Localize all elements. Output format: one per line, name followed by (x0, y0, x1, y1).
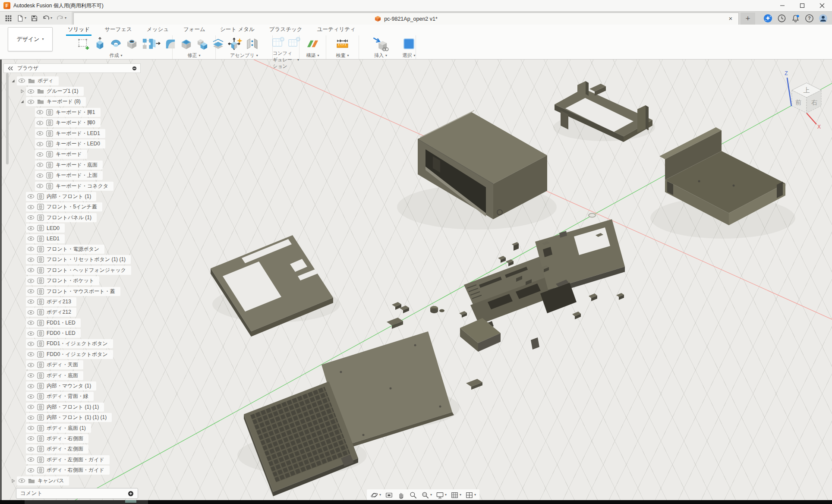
expand-arrow-icon[interactable] (9, 78, 17, 84)
tree-item[interactable]: LED1 (26, 234, 65, 243)
tree-item[interactable]: キーボード・LED1 (35, 129, 105, 138)
visibility-eye-icon[interactable] (27, 341, 35, 346)
visibility-eye-icon[interactable] (27, 436, 35, 441)
ribbon-tool-icon[interactable] (336, 37, 349, 50)
ribbon-tab[interactable]: ソリッド (67, 24, 91, 36)
ribbon-group-label[interactable]: コンフィギュレーション▾ (273, 50, 299, 69)
comment-box[interactable]: コメント (16, 488, 138, 499)
visibility-eye-icon[interactable] (27, 320, 35, 325)
tree-row[interactable]: キーボード・脚1 (3, 107, 141, 117)
ribbon-tool-icon[interactable] (306, 37, 319, 50)
tree-item[interactable]: キーボード・LED0 (35, 139, 105, 148)
tree-item[interactable]: キーボード・コネクタ (35, 182, 113, 191)
qat-button[interactable] (29, 14, 39, 23)
visibility-eye-icon[interactable] (27, 415, 35, 420)
ribbon-tab[interactable]: サーフェス (104, 24, 133, 36)
ribbon-tool-icon[interactable] (246, 37, 259, 50)
visibility-eye-icon[interactable] (36, 142, 44, 147)
visibility-eye-icon[interactable] (27, 468, 35, 473)
tree-item[interactable]: キーボード・脚1 (35, 108, 101, 117)
visibility-eye-icon[interactable] (27, 457, 35, 462)
visibility-eye-icon[interactable] (27, 215, 35, 220)
visibility-eye-icon[interactable] (27, 394, 35, 399)
tree-item[interactable]: ボディ・右側面・ガイド (26, 466, 110, 475)
tree-row[interactable]: キーボード・LED1 (3, 128, 141, 139)
tree-item[interactable]: キーボード・上面 (35, 171, 103, 180)
tree-row[interactable]: 内部・フロント (1) (3, 191, 141, 202)
visibility-eye-icon[interactable] (36, 120, 44, 126)
visibility-eye-icon[interactable] (27, 246, 35, 252)
part-front-bezel[interactable] (211, 235, 333, 337)
nav-tool-button[interactable] (409, 491, 417, 499)
tree-row[interactable]: LED0 (3, 223, 141, 233)
tree-row[interactable]: ボディ212 (3, 307, 141, 318)
visibility-eye-icon[interactable] (27, 373, 35, 378)
tree-row[interactable]: フロントパネル (1) (3, 212, 141, 223)
tree-item[interactable]: ボディ・左側面・ガイド (26, 455, 110, 464)
visibility-eye-icon[interactable] (27, 289, 35, 294)
tree-row[interactable]: キーボード・上面 (3, 170, 141, 181)
visibility-eye-icon[interactable] (27, 205, 35, 210)
tree-item[interactable]: キーボード・脚0 (35, 118, 101, 127)
tree-row[interactable]: キーボード・コネクタ (3, 181, 141, 191)
ribbon-group-label[interactable]: 検査▾ (336, 52, 349, 59)
tree-row[interactable]: フロント・ヘッドフォンジャック (3, 265, 141, 275)
tree-row[interactable]: ボディ (3, 76, 141, 86)
visibility-eye-icon[interactable] (27, 278, 35, 284)
tree-item[interactable]: グループ1 (1) (26, 87, 84, 96)
tree-item[interactable]: ボディ212 (26, 308, 76, 317)
ribbon-tool-icon[interactable] (109, 37, 123, 50)
visibility-eye-icon[interactable] (27, 99, 35, 104)
tree-row[interactable]: ボディ・天面 (3, 360, 141, 370)
tree-item[interactable]: FDD1・イジェクトボタン (26, 339, 113, 348)
visibility-eye-icon[interactable] (27, 404, 35, 410)
tree-item[interactable]: キーボード (35, 150, 87, 159)
part-small-box[interactable] (460, 318, 501, 352)
collapse-panel-icon[interactable] (7, 66, 14, 71)
tree-item[interactable]: LED0 (26, 224, 65, 233)
visibility-eye-icon[interactable] (27, 236, 35, 241)
tree-item[interactable]: フロント・ポケット (26, 276, 99, 285)
top-right-icon[interactable] (791, 14, 800, 23)
ribbon-tab[interactable]: シート メタル (219, 24, 255, 36)
tree-row[interactable]: ボディ213 (3, 296, 141, 307)
tree-row[interactable]: ボディ・左側面 (3, 444, 141, 454)
ribbon-tool-icon[interactable] (93, 37, 107, 50)
collapse-arrow-icon[interactable] (9, 478, 17, 484)
visibility-eye-icon[interactable] (36, 173, 44, 178)
tree-row[interactable]: ボディ・右側面・ガイド (3, 465, 141, 475)
nav-tool-button[interactable]: ▾ (465, 491, 476, 499)
tree-row[interactable]: FDD0・イジェクトボタン (3, 349, 141, 359)
tree-item[interactable]: ボディ213 (26, 297, 76, 306)
visibility-eye-icon[interactable] (27, 257, 35, 262)
qat-button[interactable]: ▾ (15, 14, 28, 23)
tree-row[interactable]: フロント・ポケット (3, 275, 141, 286)
tree-row[interactable]: フロント・5インチ蓋 (3, 202, 141, 212)
tree-row[interactable]: 内部・フロント (1) (1) (3, 402, 141, 412)
workspace-selector[interactable]: デザイン ▾ (8, 27, 53, 51)
top-right-icon[interactable] (777, 14, 786, 23)
visibility-eye-icon[interactable] (36, 131, 44, 136)
collapse-arrow-icon[interactable] (19, 88, 26, 94)
ribbon-group-label[interactable]: 構築▾ (306, 52, 319, 59)
tree-item[interactable]: ボディ (17, 76, 59, 85)
ribbon-group-label[interactable]: アセンブリ▾ (230, 52, 258, 59)
tab-close-button[interactable]: × (726, 14, 735, 23)
tree-item[interactable]: 内部・フロント (1) (1) (1) (26, 413, 112, 422)
visibility-eye-icon[interactable] (18, 478, 25, 483)
tree-row[interactable]: 内部・フロント (1) (1) (1) (3, 413, 141, 423)
qat-button[interactable] (3, 14, 13, 23)
visibility-eye-icon[interactable] (36, 110, 44, 115)
qat-button[interactable]: ▾ (41, 14, 54, 23)
tree-row[interactable]: ボディ・右側面 (3, 433, 141, 444)
visibility-eye-icon[interactable] (36, 183, 44, 189)
tree-row[interactable]: キャンバス (3, 476, 141, 486)
nav-tool-button[interactable]: ▾ (421, 491, 432, 499)
tree-row[interactable]: グループ1 (1) (3, 86, 141, 96)
tree-item[interactable]: ボディ・背面・緑 (26, 392, 94, 401)
ribbon-tab[interactable]: ユーティリティ (316, 24, 356, 36)
view-cube[interactable]: 上 前 右 Z X (782, 68, 831, 131)
ribbon-tool-icon[interactable] (77, 37, 91, 50)
tree-item[interactable]: キーボード (8) (26, 97, 86, 106)
nav-tool-button[interactable]: ▾ (436, 491, 447, 499)
